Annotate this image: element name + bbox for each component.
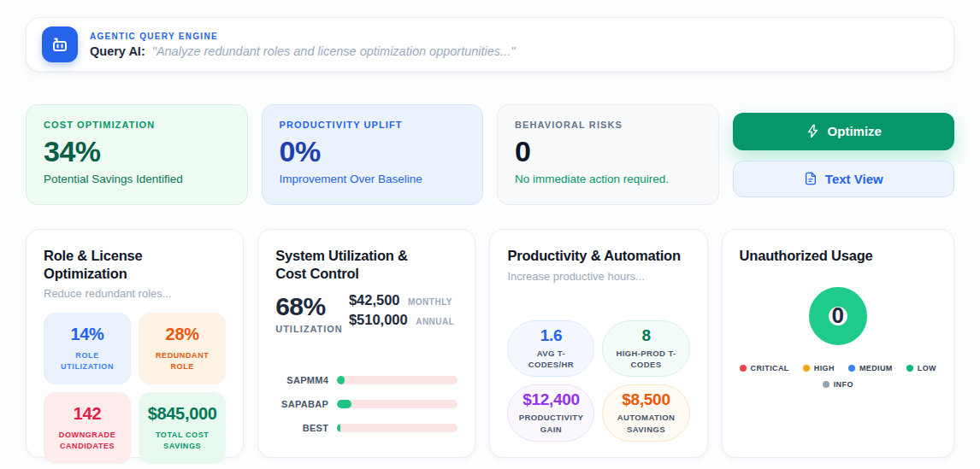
card-title: Role & License Optimization [44,247,226,282]
high-dot-icon [803,365,810,372]
tile-value: 28% [166,325,199,344]
card-title: Productivity & Automation [507,247,689,265]
file-text-icon [804,172,818,185]
bot-icon [42,26,78,62]
dashboard-page: AGENTIC QUERY ENGINE Query AI: "Analyze … [0,17,980,469]
kpi-productivity-uplift: PRODUCTIVITY UPLIFT 0% Improvement Over … [262,104,484,205]
card-productivity-automation: Productivity & Automation Increase produ… [489,229,707,458]
kpi-row: COST OPTIMIZATION 34% Potential Savings … [26,104,954,205]
medium-dot-icon [848,365,855,372]
legend-label: MEDIUM [859,364,893,372]
tile-value: 1.6 [540,326,563,345]
card-unauthorized-usage: Unauthorized Usage 0 CRITICAL HIGH [722,229,954,458]
bar-track [337,424,458,432]
tile-label: ROLE UTILIZATION [52,350,122,373]
optimize-button[interactable]: Optimize [733,113,955,150]
tile-high-prod-tcodes: 8 HIGH-PROD T-CODES [602,320,689,378]
bar-fill [337,424,340,432]
tile-label: AUTOMATION SAVINGS [610,412,682,436]
critical-dot-icon [740,365,747,372]
tile-value: $8,500 [622,390,670,409]
tile-total-cost-savings: $845,000 TOTAL COST SAVINGS [139,392,226,464]
tile-automation-savings: $8,500 AUTOMATION SAVINGS [602,384,689,442]
donut-center-value: 0 [832,302,844,329]
legend-label: CRITICAL [751,364,789,372]
bar-row-sapmm4: SAPMM4 [275,375,458,385]
zap-icon [806,124,820,138]
engine-label: AGENTIC QUERY ENGINE [90,32,515,41]
tile-value: 14% [70,325,103,344]
kpi-cost-optimization: COST OPTIMIZATION 34% Potential Savings … [26,104,248,205]
card-title: System Utilization & Cost Control [275,247,438,282]
tile-label: DOWNGRADE CANDIDATES [52,430,122,453]
tile-avg-tcodes: 1.6 AVG T-CODES/HR [507,320,594,378]
card-subtitle: Reduce redundant roles... [44,287,226,300]
card-subtitle: Increase productive hours... [507,270,689,283]
text-view-label: Text View [825,172,883,186]
kpi-behavioral-risks: BEHAVIORAL RISKS 0 No immediate action r… [497,104,719,205]
legend-info: INFO [823,380,853,389]
bar-fill [337,400,351,408]
legend-high: HIGH [803,364,835,372]
annual-cost-period: ANNUAL [416,317,454,326]
tile-productivity-gain: $12,400 PRODUCTIVITY GAIN [507,384,594,442]
productivity-stat-tiles: 1.6 AVG T-CODES/HR 8 HIGH-PROD T-CODES $… [507,320,689,442]
annual-cost-value: $510,000 [349,312,408,327]
kpi-subtitle: Improvement Over Baseline [280,173,466,185]
action-buttons: Optimize Text View [733,104,955,205]
bar-label: SAPABAP [275,399,328,409]
bar-fill [337,376,344,384]
tile-label: TOTAL COST SAVINGS [147,430,217,453]
kpi-value: 0 [515,135,701,168]
tile-value: $845,000 [148,404,217,424]
query-ai-bar[interactable]: AGENTIC QUERY ENGINE Query AI: "Analyze … [26,17,954,72]
bar-track [337,376,458,384]
legend-label: LOW [918,364,936,372]
kpi-subtitle: Potential Savings Identified [44,173,230,185]
legend-medium: MEDIUM [848,364,893,372]
kpi-value: 34% [44,135,230,168]
kpi-title: PRODUCTIVITY UPLIFT [280,120,466,130]
utilization-value: 68% [275,292,343,321]
query-text-block: AGENTIC QUERY ENGINE Query AI: "Analyze … [90,32,515,58]
low-dot-icon [906,365,913,372]
tile-value: 142 [74,404,101,424]
text-view-button[interactable]: Text View [733,161,955,197]
tile-label: AVG T-CODES/HR [515,348,587,372]
system-usage-bars: SAPMM4 SAPABAP BEST [275,375,458,433]
query-value: "Analyze redundant roles and license opt… [152,44,516,58]
card-title: Unauthorized Usage [740,247,936,265]
severity-legend: CRITICAL HIGH MEDIUM LOW [740,364,936,389]
tile-role-utilization: 14% ROLE UTILIZATION [44,313,131,384]
tile-redundant-role: 28% REDUNDANT ROLE [139,313,226,384]
legend-label: INFO [834,380,853,389]
bar-label: BEST [275,423,328,433]
legend-low: LOW [906,364,936,372]
tile-label: PRODUCTIVITY GAIN [515,412,587,436]
kpi-value: 0% [280,135,466,168]
optimize-label: Optimize [828,124,882,138]
tile-downgrade-candidates: 142 DOWNGRADE CANDIDATES [44,392,131,464]
tile-value: 8 [641,326,650,345]
tile-value: $12,400 [522,390,580,409]
tile-label: REDUNDANT ROLE [147,350,217,373]
kpi-title: BEHAVIORAL RISKS [515,120,701,130]
legend-label: HIGH [814,364,835,372]
detail-cards-row: Role & License Optimization Reduce redun… [26,229,954,458]
role-stat-tiles: 14% ROLE UTILIZATION 28% REDUNDANT ROLE … [44,313,226,464]
card-system-utilization: System Utilization & Cost Control 68% UT… [257,229,475,458]
tile-label: HIGH-PROD T-CODES [610,348,682,372]
query-prefix: Query AI: [90,44,145,58]
monthly-cost-period: MONTHLY [408,297,452,307]
bar-label: SAPMM4 [275,375,328,385]
system-stats: 68% UTILIZATION $42,500 MONTHLY $510,000… [275,292,458,334]
legend-critical: CRITICAL [740,364,789,372]
info-dot-icon [823,381,829,388]
kpi-title: COST OPTIMIZATION [44,120,230,130]
kpi-subtitle: No immediate action required. [515,173,701,185]
bar-row-best: BEST [275,423,458,433]
bar-track [337,400,458,408]
donut-chart: 0 [809,287,867,345]
card-role-license-optimization: Role & License Optimization Reduce redun… [26,229,244,458]
monthly-cost-value: $42,500 [349,292,400,308]
